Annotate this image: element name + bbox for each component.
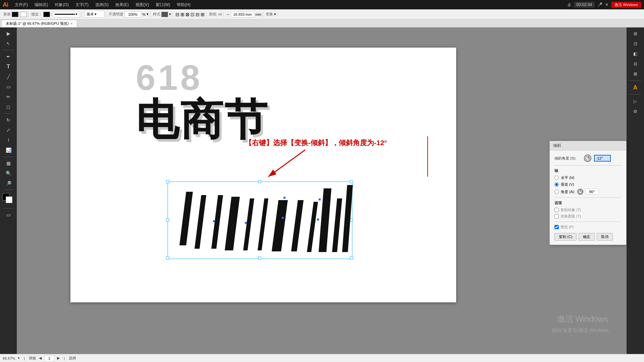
graph-tool-btn[interactable]: 📊 bbox=[2, 145, 14, 155]
toolbar-divider-4 bbox=[3, 190, 13, 190]
screen-mode-btn[interactable]: ▭ bbox=[2, 210, 14, 220]
right-panel-btn-4[interactable]: ⊟ bbox=[629, 59, 641, 68]
background-color[interactable] bbox=[6, 196, 12, 203]
line-tool-btn[interactable]: ╱ bbox=[2, 72, 14, 81]
style-dropdown[interactable]: 基本 ▾ bbox=[84, 11, 104, 18]
shear-angle-input[interactable] bbox=[594, 155, 611, 162]
page-next-btn[interactable]: ▶ bbox=[57, 356, 60, 360]
horizontal-radio[interactable] bbox=[554, 176, 559, 180]
menu-view[interactable]: 视图(V) bbox=[133, 1, 152, 8]
menu-file[interactable]: 文件(F) bbox=[12, 1, 31, 8]
annotation-arrow bbox=[258, 146, 325, 190]
ok-button[interactable]: 确定 bbox=[579, 233, 595, 241]
dialog-pointer-line bbox=[423, 136, 433, 177]
style-chevron[interactable]: ▾ bbox=[169, 12, 171, 16]
document-tab[interactable]: 未标题-1* @ 66.67% (RGB/GPU 预览) ✕ bbox=[1, 20, 77, 27]
right-panel: ⊞ ⊡ ◧ ⊟ ⊠ A ▷ ⚙ bbox=[627, 27, 644, 354]
bottom-bar: 66.67% ▾ | 画板 ◀ ▶ | 选择 bbox=[0, 354, 644, 362]
right-panel-layers-btn[interactable]: A bbox=[629, 83, 641, 92]
page-prev-btn[interactable]: ◀ bbox=[39, 356, 42, 360]
page-number-input[interactable] bbox=[44, 355, 54, 361]
skewed-bars-group bbox=[164, 178, 356, 262]
align-center-icon[interactable]: ⊞ bbox=[180, 12, 184, 17]
scale-tool-btn[interactable]: ⤢ bbox=[2, 125, 14, 135]
type-tool-btn[interactable]: T bbox=[2, 62, 14, 71]
basic-group: 基本 ▾ bbox=[83, 11, 106, 18]
mic-icon: 🎤 bbox=[597, 2, 602, 7]
menu-object[interactable]: 对象(O) bbox=[52, 1, 71, 8]
menu-window[interactable]: 窗口(W) bbox=[153, 1, 173, 8]
fill-color-swatch[interactable] bbox=[12, 12, 18, 17]
align-top-icon[interactable]: ⊡ bbox=[191, 12, 195, 17]
rotate-tool-btn[interactable]: ↻ bbox=[2, 115, 14, 125]
right-panel-btn-3[interactable]: ◧ bbox=[629, 49, 641, 58]
eyedropper-btn[interactable]: 🔍 bbox=[2, 169, 14, 178]
copy-patterns-checkbox[interactable] bbox=[554, 214, 559, 219]
align-left-icon[interactable]: ⊟ bbox=[175, 12, 179, 17]
stroke-group: 描边： : ▾ bbox=[30, 11, 82, 17]
stroke-dropdown[interactable]: ▾ bbox=[52, 11, 80, 17]
warp-tool-btn[interactable]: ⌇ bbox=[2, 135, 14, 145]
horizontal-radio-row: 水平 (H) bbox=[554, 175, 622, 180]
copy-button[interactable]: 复制 (C) bbox=[554, 233, 577, 241]
direct-select-btn[interactable]: ↖ bbox=[2, 39, 14, 48]
shape-label: 形状: bbox=[209, 12, 217, 17]
zoom-tool-btn[interactable]: 🔎 bbox=[2, 179, 14, 188]
opacity-input[interactable] bbox=[124, 11, 141, 17]
menu-edit[interactable]: 编辑(E) bbox=[32, 1, 51, 8]
svg-marker-21 bbox=[319, 188, 331, 252]
align-right-icon[interactable]: ⊠ bbox=[185, 12, 190, 17]
zoom-chevron[interactable]: ▾ bbox=[18, 356, 20, 360]
copy-objects-checkbox[interactable] bbox=[554, 208, 559, 212]
width-input[interactable] bbox=[231, 11, 254, 17]
distribute-icon[interactable]: ⊞ bbox=[201, 12, 205, 17]
transform-chevron[interactable]: ▾ bbox=[274, 12, 276, 16]
shear-dialog-title: 倾斜 bbox=[550, 141, 626, 150]
tool-options-group: 形形 bbox=[2, 12, 29, 17]
print-icon: 🖨 bbox=[567, 2, 571, 7]
style-swatch[interactable] bbox=[161, 12, 168, 17]
svg-rect-6 bbox=[350, 180, 353, 183]
menu-select[interactable]: 选择(S) bbox=[93, 1, 111, 8]
menu-effect[interactable]: 效果(E) bbox=[113, 1, 131, 8]
svg-marker-15 bbox=[225, 197, 240, 250]
svg-rect-24 bbox=[283, 197, 285, 199]
eraser-tool-btn[interactable]: ◻ bbox=[2, 102, 14, 112]
align-middle-icon[interactable]: ⊟ bbox=[196, 12, 200, 17]
stroke-colon: : bbox=[51, 12, 52, 16]
menu-help[interactable]: 帮助(H) bbox=[174, 1, 193, 8]
axis-label: 轴 bbox=[554, 168, 622, 173]
stroke-swatch[interactable] bbox=[43, 12, 50, 17]
right-panel-btn-1[interactable]: ⊞ bbox=[629, 29, 641, 38]
activate-windows-btn[interactable]: 激活 Windows bbox=[611, 2, 641, 8]
right-panel-btn-2[interactable]: ⊡ bbox=[629, 39, 641, 48]
pen-tool-btn[interactable]: ✒ bbox=[2, 52, 14, 61]
vertical-radio[interactable] bbox=[554, 182, 559, 187]
right-panel-settings-btn[interactable]: ⚙ bbox=[629, 107, 641, 116]
icons-group: ⊟ ⊞ ⊠ ⊡ ⊟ ⊞ bbox=[174, 12, 206, 17]
gradient-tool-btn[interactable]: ▦ bbox=[2, 159, 14, 168]
right-panel-btn-5[interactable]: ⊠ bbox=[629, 69, 641, 78]
svg-marker-13 bbox=[195, 195, 206, 249]
tab-close-btn[interactable]: ✕ bbox=[70, 22, 73, 25]
shape-tool-btn[interactable]: ▭ bbox=[2, 82, 14, 92]
right-panel-play-btn[interactable]: ▷ bbox=[629, 97, 641, 106]
cancel-button[interactable]: 取消 bbox=[597, 233, 613, 241]
angle-value-input[interactable] bbox=[585, 189, 599, 195]
menu-text[interactable]: 文字(T) bbox=[73, 1, 91, 8]
menu-bar: Ai 文件(F) 编辑(E) 对象(O) 文字(T) 选择(S) 效果(E) 视… bbox=[0, 0, 644, 9]
canvas-area[interactable]: 618 电商节 电商节 【右键】选择【变换-倾斜】，倾斜角度为-12° bbox=[17, 27, 627, 354]
session-timer: 00:02:44 bbox=[574, 2, 595, 8]
opacity-chevron[interactable]: ▾ bbox=[147, 12, 149, 16]
preview-checkbox[interactable] bbox=[554, 225, 559, 229]
right-panel-divider-2 bbox=[629, 94, 641, 95]
stroke-color-swatch[interactable] bbox=[20, 12, 27, 17]
tab-label: 未标题-1* @ 66.67% (RGB/GPU 预览) bbox=[6, 21, 69, 26]
select-tool-btn[interactable]: ▶ bbox=[2, 29, 14, 38]
svg-marker-19 bbox=[291, 200, 304, 251]
svg-rect-28 bbox=[245, 222, 247, 224]
close-icon[interactable]: ✕ bbox=[605, 2, 608, 7]
angle-radio[interactable] bbox=[554, 190, 559, 194]
dimensions-group: ↔ mm bbox=[225, 11, 263, 17]
paint-tool-btn[interactable]: ✏ bbox=[2, 92, 14, 102]
